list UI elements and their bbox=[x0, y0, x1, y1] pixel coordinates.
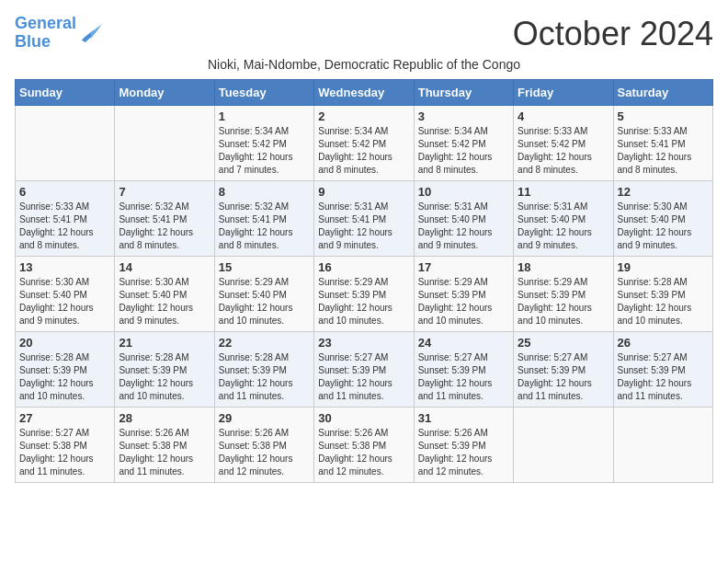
header-saturday: Saturday bbox=[613, 80, 712, 106]
calendar-cell: 4Sunrise: 5:33 AM Sunset: 5:42 PM Daylig… bbox=[514, 106, 613, 181]
calendar-cell: 3Sunrise: 5:34 AM Sunset: 5:42 PM Daylig… bbox=[414, 106, 513, 181]
day-info: Sunrise: 5:34 AM Sunset: 5:42 PM Dayligh… bbox=[219, 125, 310, 177]
calendar-week-3: 13Sunrise: 5:30 AM Sunset: 5:40 PM Dayli… bbox=[16, 257, 713, 332]
header-sunday: Sunday bbox=[16, 80, 115, 106]
day-info: Sunrise: 5:27 AM Sunset: 5:39 PM Dayligh… bbox=[618, 351, 709, 403]
day-info: Sunrise: 5:33 AM Sunset: 5:42 PM Dayligh… bbox=[518, 125, 609, 177]
day-number: 5 bbox=[618, 109, 709, 123]
header-monday: Monday bbox=[115, 80, 214, 106]
day-number: 13 bbox=[19, 260, 110, 274]
calendar-cell bbox=[613, 408, 712, 483]
day-info: Sunrise: 5:31 AM Sunset: 5:40 PM Dayligh… bbox=[418, 201, 509, 252]
day-info: Sunrise: 5:29 AM Sunset: 5:40 PM Dayligh… bbox=[219, 276, 310, 327]
calendar-cell: 1Sunrise: 5:34 AM Sunset: 5:42 PM Daylig… bbox=[214, 106, 313, 181]
day-info: Sunrise: 5:28 AM Sunset: 5:39 PM Dayligh… bbox=[19, 351, 110, 403]
calendar-cell: 14Sunrise: 5:30 AM Sunset: 5:40 PM Dayli… bbox=[115, 257, 214, 332]
calendar-cell: 9Sunrise: 5:31 AM Sunset: 5:41 PM Daylig… bbox=[314, 181, 414, 257]
month-title: October 2024 bbox=[513, 15, 713, 53]
calendar-cell bbox=[514, 408, 613, 483]
day-number: 14 bbox=[119, 260, 210, 274]
title-section: October 2024 bbox=[513, 15, 713, 53]
calendar-cell: 5Sunrise: 5:33 AM Sunset: 5:41 PM Daylig… bbox=[613, 106, 712, 181]
calendar-cell: 11Sunrise: 5:31 AM Sunset: 5:40 PM Dayli… bbox=[514, 181, 613, 257]
day-number: 29 bbox=[219, 411, 310, 425]
day-number: 4 bbox=[518, 109, 609, 123]
day-info: Sunrise: 5:27 AM Sunset: 5:39 PM Dayligh… bbox=[518, 351, 609, 403]
calendar-cell: 2Sunrise: 5:34 AM Sunset: 5:42 PM Daylig… bbox=[314, 106, 414, 181]
calendar-cell: 8Sunrise: 5:32 AM Sunset: 5:41 PM Daylig… bbox=[214, 181, 313, 257]
calendar-cell: 28Sunrise: 5:26 AM Sunset: 5:38 PM Dayli… bbox=[115, 408, 214, 483]
calendar-cell: 17Sunrise: 5:29 AM Sunset: 5:39 PM Dayli… bbox=[414, 257, 513, 332]
day-info: Sunrise: 5:29 AM Sunset: 5:39 PM Dayligh… bbox=[518, 276, 609, 327]
calendar-cell bbox=[115, 106, 214, 181]
day-info: Sunrise: 5:30 AM Sunset: 5:40 PM Dayligh… bbox=[618, 201, 709, 252]
day-number: 18 bbox=[518, 260, 609, 274]
day-info: Sunrise: 5:26 AM Sunset: 5:39 PM Dayligh… bbox=[418, 427, 509, 478]
logo-blue: Blue bbox=[15, 32, 51, 51]
calendar-cell: 20Sunrise: 5:28 AM Sunset: 5:39 PM Dayli… bbox=[16, 332, 115, 408]
calendar-cell: 21Sunrise: 5:28 AM Sunset: 5:39 PM Dayli… bbox=[115, 332, 214, 408]
day-info: Sunrise: 5:32 AM Sunset: 5:41 PM Dayligh… bbox=[219, 201, 310, 252]
day-info: Sunrise: 5:33 AM Sunset: 5:41 PM Dayligh… bbox=[618, 125, 709, 177]
logo-bird-icon bbox=[78, 22, 104, 44]
day-info: Sunrise: 5:29 AM Sunset: 5:39 PM Dayligh… bbox=[418, 276, 509, 327]
header-thursday: Thursday bbox=[414, 80, 513, 106]
day-info: Sunrise: 5:28 AM Sunset: 5:39 PM Dayligh… bbox=[219, 351, 310, 403]
day-number: 21 bbox=[119, 336, 210, 350]
day-info: Sunrise: 5:34 AM Sunset: 5:42 PM Dayligh… bbox=[318, 125, 409, 177]
day-number: 22 bbox=[219, 336, 310, 350]
page-header: General Blue October 2024 bbox=[15, 15, 713, 53]
calendar-cell: 29Sunrise: 5:26 AM Sunset: 5:38 PM Dayli… bbox=[214, 408, 313, 483]
day-info: Sunrise: 5:31 AM Sunset: 5:41 PM Dayligh… bbox=[318, 201, 409, 252]
header-row: Sunday Monday Tuesday Wednesday Thursday… bbox=[16, 80, 713, 106]
logo: General Blue bbox=[15, 15, 104, 52]
day-info: Sunrise: 5:28 AM Sunset: 5:39 PM Dayligh… bbox=[618, 276, 709, 327]
day-number: 1 bbox=[219, 109, 310, 123]
calendar-cell: 22Sunrise: 5:28 AM Sunset: 5:39 PM Dayli… bbox=[214, 332, 313, 408]
day-info: Sunrise: 5:26 AM Sunset: 5:38 PM Dayligh… bbox=[219, 427, 310, 478]
day-number: 30 bbox=[318, 411, 409, 425]
day-number: 7 bbox=[119, 185, 210, 199]
calendar-cell: 23Sunrise: 5:27 AM Sunset: 5:39 PM Dayli… bbox=[314, 332, 414, 408]
calendar-cell: 18Sunrise: 5:29 AM Sunset: 5:39 PM Dayli… bbox=[514, 257, 613, 332]
day-number: 6 bbox=[19, 185, 110, 199]
day-number: 31 bbox=[418, 411, 509, 425]
day-number: 3 bbox=[418, 109, 509, 123]
calendar-cell bbox=[16, 106, 115, 181]
calendar-week-1: 1Sunrise: 5:34 AM Sunset: 5:42 PM Daylig… bbox=[16, 106, 713, 181]
day-number: 8 bbox=[219, 185, 310, 199]
calendar-body: 1Sunrise: 5:34 AM Sunset: 5:42 PM Daylig… bbox=[16, 106, 713, 483]
calendar-cell: 10Sunrise: 5:31 AM Sunset: 5:40 PM Dayli… bbox=[414, 181, 513, 257]
header-tuesday: Tuesday bbox=[214, 80, 313, 106]
calendar-cell: 25Sunrise: 5:27 AM Sunset: 5:39 PM Dayli… bbox=[514, 332, 613, 408]
day-info: Sunrise: 5:31 AM Sunset: 5:40 PM Dayligh… bbox=[518, 201, 609, 252]
day-number: 19 bbox=[618, 260, 709, 274]
calendar-week-5: 27Sunrise: 5:27 AM Sunset: 5:38 PM Dayli… bbox=[16, 408, 713, 483]
day-number: 10 bbox=[418, 185, 509, 199]
day-info: Sunrise: 5:27 AM Sunset: 5:39 PM Dayligh… bbox=[318, 351, 409, 403]
calendar-cell: 16Sunrise: 5:29 AM Sunset: 5:39 PM Dayli… bbox=[314, 257, 414, 332]
logo-text: General Blue bbox=[15, 15, 76, 52]
logo-general: General bbox=[15, 14, 76, 32]
calendar-week-2: 6Sunrise: 5:33 AM Sunset: 5:41 PM Daylig… bbox=[16, 181, 713, 257]
calendar-table: Sunday Monday Tuesday Wednesday Thursday… bbox=[15, 79, 713, 483]
calendar-cell: 15Sunrise: 5:29 AM Sunset: 5:40 PM Dayli… bbox=[214, 257, 313, 332]
day-info: Sunrise: 5:34 AM Sunset: 5:42 PM Dayligh… bbox=[418, 125, 509, 177]
day-number: 15 bbox=[219, 260, 310, 274]
day-number: 9 bbox=[318, 185, 409, 199]
day-number: 24 bbox=[418, 336, 509, 350]
day-number: 27 bbox=[19, 411, 110, 425]
header-wednesday: Wednesday bbox=[314, 80, 414, 106]
calendar-cell: 27Sunrise: 5:27 AM Sunset: 5:38 PM Dayli… bbox=[16, 408, 115, 483]
day-info: Sunrise: 5:27 AM Sunset: 5:39 PM Dayligh… bbox=[418, 351, 509, 403]
subtitle: Nioki, Mai-Ndombe, Democratic Republic o… bbox=[15, 57, 713, 72]
day-info: Sunrise: 5:30 AM Sunset: 5:40 PM Dayligh… bbox=[119, 276, 210, 327]
day-info: Sunrise: 5:26 AM Sunset: 5:38 PM Dayligh… bbox=[318, 427, 409, 478]
calendar-cell: 26Sunrise: 5:27 AM Sunset: 5:39 PM Dayli… bbox=[613, 332, 712, 408]
day-info: Sunrise: 5:26 AM Sunset: 5:38 PM Dayligh… bbox=[119, 427, 210, 478]
day-number: 2 bbox=[318, 109, 409, 123]
calendar-cell: 13Sunrise: 5:30 AM Sunset: 5:40 PM Dayli… bbox=[16, 257, 115, 332]
calendar-cell: 19Sunrise: 5:28 AM Sunset: 5:39 PM Dayli… bbox=[613, 257, 712, 332]
day-info: Sunrise: 5:27 AM Sunset: 5:38 PM Dayligh… bbox=[19, 427, 110, 478]
day-number: 26 bbox=[618, 336, 709, 350]
